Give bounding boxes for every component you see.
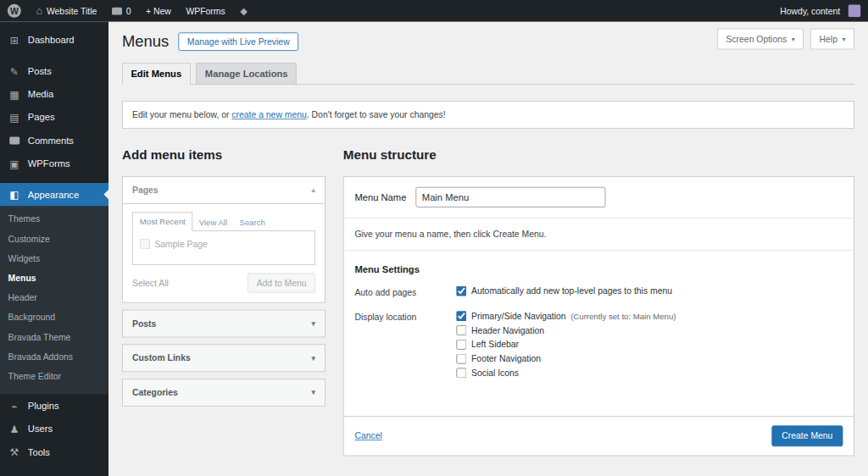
display-location-row: Display location Primary/Side Navigation… [354, 311, 843, 382]
menu-separator [0, 52, 108, 60]
howdy-account-menu[interactable]: Howdy, content [772, 0, 868, 22]
location-option-primary[interactable]: Primary/Side Navigation (Currently set t… [456, 311, 676, 321]
site-name-label: Website Title [47, 6, 97, 16]
admin-bar-right: Howdy, content [772, 0, 868, 22]
create-menu-button[interactable]: Create Menu [771, 425, 843, 446]
menu-structure-box: Menu Name Give your menu a name, then cl… [343, 176, 854, 456]
create-new-menu-link[interactable]: create a new menu [231, 110, 306, 120]
help-button[interactable]: Help ▾ [810, 29, 854, 50]
footer-navigation-checkbox[interactable] [456, 354, 466, 364]
chevron-up-icon: ▴ [312, 185, 315, 194]
wordpress-logo-menu[interactable]: W [0, 0, 29, 22]
auto-add-pages-checkbox[interactable] [456, 286, 466, 296]
notice-text-after: . Don't forget to save your changes! [307, 110, 446, 120]
location-option-label: Left Sidebar [471, 340, 519, 350]
media-icon: ▦ [8, 89, 21, 99]
comments-link[interactable]: 0 [104, 0, 138, 22]
help-label: Help [820, 34, 837, 44]
submenu-item-header[interactable]: Header [0, 288, 108, 307]
location-option-label: Header Navigation [471, 325, 544, 335]
tab-most-recent[interactable]: Most Recent [132, 212, 192, 230]
appearance-icon: ◧ [8, 190, 21, 200]
sidebar-item-label: Media [28, 89, 54, 100]
header-navigation-checkbox[interactable] [456, 325, 466, 335]
custom-links-panel-header[interactable]: Custom Links ▾ [122, 344, 326, 372]
submenu-item-bravada-theme[interactable]: Bravada Theme [0, 327, 108, 346]
menu-name-input[interactable] [416, 187, 606, 208]
location-option-label: Social Icons [471, 368, 519, 378]
site-name-link[interactable]: ⌂ Website Title [29, 0, 104, 22]
categories-panel-title: Categories [132, 388, 178, 398]
sidebar-item-plugins[interactable]: ⌁ Plugins [0, 395, 108, 418]
sidebar-item-label: Comments [28, 135, 74, 146]
list-item-sample-page[interactable]: Sample Page [140, 239, 308, 249]
submenu-item-widgets[interactable]: Widgets [0, 249, 108, 268]
admin-bar: W ⌂ Website Title 0 + New WPForms ◆ Howd… [0, 0, 868, 22]
tab-edit-menus[interactable]: Edit Menus [122, 63, 191, 85]
submenu-item-theme-editor[interactable]: Theme Editor [0, 367, 108, 386]
social-icons-checkbox[interactable] [456, 368, 466, 378]
cancel-link[interactable]: Cancel [354, 431, 381, 441]
pages-icon: ▤ [8, 112, 21, 122]
location-option-label: Primary/Side Navigation [471, 311, 566, 321]
location-option-header[interactable]: Header Navigation [456, 325, 676, 335]
tab-search[interactable]: Search [233, 213, 271, 231]
submenu-item-menus[interactable]: Menus [0, 268, 108, 288]
screen-options-button[interactable]: Screen Options ▾ [717, 29, 804, 50]
primary-navigation-checkbox[interactable] [456, 311, 466, 321]
sidebar-item-dashboard[interactable]: ⊞ Dashboard [0, 29, 108, 52]
posts-panel-header[interactable]: Posts ▾ [122, 310, 326, 338]
pages-panel-tabs: Most Recent View All Search [132, 212, 315, 230]
sidebar-item-label: Plugins [28, 401, 59, 412]
sidebar-item-appearance[interactable]: ◧ Appearance [0, 183, 108, 206]
sidebar-item-label: Posts [28, 66, 52, 77]
sidebar-item-media[interactable]: ▦ Media [0, 83, 108, 106]
sidebar-item-comments[interactable]: Comments [0, 129, 108, 152]
screen-meta: Screen Options ▾ Help ▾ [717, 29, 854, 50]
menu-structure-column: Menu structure Menu Name Give your menu … [343, 129, 854, 456]
add-menu-items-column: Add menu items Pages ▴ Most Recent View … [122, 129, 326, 456]
submenu-item-background[interactable]: Background [0, 307, 108, 327]
auto-add-pages-label: Auto add pages [354, 286, 456, 301]
sidebar-item-tools[interactable]: ⚒ Tools [0, 440, 108, 463]
columns: Add menu items Pages ▴ Most Recent View … [122, 129, 854, 456]
sidebar-item-posts[interactable]: ✎ Posts [0, 59, 108, 82]
location-option-label: Footer Navigation [471, 354, 541, 364]
sidebar-item-users[interactable]: ♟ Users [0, 418, 108, 440]
tab-manage-locations[interactable]: Manage Locations [196, 63, 297, 85]
pages-panel-header[interactable]: Pages ▴ [123, 177, 325, 204]
sidebar-item-wpforms[interactable]: ▣ WPForms [0, 152, 108, 174]
location-option-social[interactable]: Social Icons [456, 368, 676, 378]
submenu-item-bravada-addons[interactable]: Bravada Addons [0, 347, 108, 367]
tab-view-all[interactable]: View All [192, 213, 233, 231]
tools-icon: ⚒ [8, 447, 21, 457]
location-option-left-sidebar[interactable]: Left Sidebar [456, 340, 676, 350]
sidebar-item-pages[interactable]: ▤ Pages [0, 106, 108, 129]
location-option-footer[interactable]: Footer Navigation [456, 354, 676, 364]
sample-page-checkbox[interactable] [140, 239, 150, 249]
categories-panel-header[interactable]: Categories ▾ [122, 379, 326, 407]
auto-add-pages-option-label: Automatically add new top-level pages to… [471, 286, 672, 296]
sidebar-item-label: Tools [28, 446, 50, 457]
sample-page-label: Sample Page [154, 239, 207, 249]
wpforms-icon: ▣ [8, 158, 21, 169]
select-all-link[interactable]: Select All [132, 278, 169, 288]
submenu-item-themes[interactable]: Themes [0, 209, 108, 229]
new-content-menu[interactable]: + New [138, 0, 178, 22]
chevron-down-icon: ▾ [312, 388, 315, 396]
pages-panel: Pages ▴ Most Recent View All Search S [122, 176, 326, 303]
wordpress-logo-icon: W [8, 4, 21, 18]
left-sidebar-checkbox[interactable] [456, 340, 466, 350]
comments-icon [112, 7, 122, 14]
custom-links-panel-title: Custom Links [132, 353, 191, 363]
add-to-menu-button[interactable]: Add to Menu [248, 273, 315, 292]
tabs: Edit Menus Manage Locations [122, 63, 854, 85]
auto-add-pages-option[interactable]: Automatically add new top-level pages to… [456, 286, 672, 296]
gem-icon: ◆ [240, 5, 248, 16]
wpforms-gem-link[interactable]: ◆ [232, 0, 254, 22]
wpforms-admin-bar-link[interactable]: WPForms [179, 0, 233, 22]
notice: Edit your menu below, or create a new me… [122, 101, 854, 129]
manage-live-preview-button[interactable]: Manage with Live Preview [178, 32, 298, 51]
submenu-item-customize[interactable]: Customize [0, 229, 108, 248]
chevron-down-icon: ▾ [312, 354, 315, 363]
